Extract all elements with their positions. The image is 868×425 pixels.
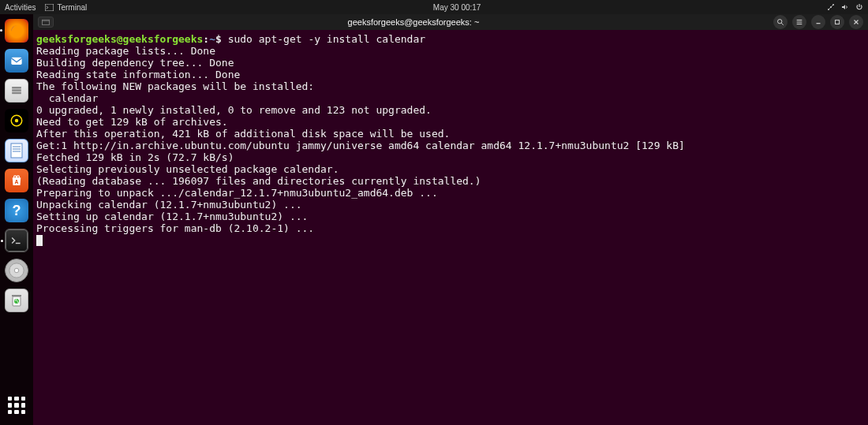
maximize-icon	[833, 18, 841, 26]
dock-rhythmbox[interactable]	[5, 109, 28, 132]
output-line: (Reading database ... 196097 files and d…	[36, 175, 481, 187]
svg-rect-5	[11, 58, 21, 65]
output-line: Fetched 129 kB in 2s (72.7 kB/s)	[36, 151, 234, 163]
dock-libreoffice-writer[interactable]	[5, 139, 28, 162]
shopping-bag-icon: A	[9, 173, 24, 188]
window-titlebar: geeksforgeeks@geeksforgeeks: ~	[33, 14, 868, 30]
top-panel: Activities Terminal May 30 00:17	[0, 0, 868, 14]
activities-button[interactable]: Activities	[5, 3, 36, 12]
files-icon	[9, 83, 24, 99]
svg-text:A: A	[15, 179, 19, 185]
search-button[interactable]	[773, 15, 788, 29]
dock-trash[interactable]	[5, 289, 28, 312]
output-line: Get:1 http://in.archive.ubuntu.com/ubunt…	[36, 140, 685, 151]
svg-rect-11	[11, 144, 22, 158]
prompt-user-host: geeksforgeeks@geeksforgeeks	[36, 33, 203, 45]
minimize-icon	[814, 18, 822, 26]
terminal-window: geeksforgeeks@geeksforgeeks: ~ geeksforg…	[33, 14, 868, 425]
prompt-colon: :	[203, 33, 209, 45]
output-line: After this operation, 421 kB of addition…	[36, 128, 450, 140]
dock-thunderbird[interactable]	[5, 49, 28, 73]
network-icon	[827, 3, 835, 11]
dock-firefox[interactable]	[5, 19, 28, 43]
svg-point-10	[15, 119, 19, 123]
speaker-icon	[9, 114, 24, 128]
prompt-dollar: $	[215, 33, 222, 45]
svg-line-27	[781, 23, 784, 25]
svg-rect-6	[12, 87, 21, 89]
thunderbird-icon	[9, 53, 24, 69]
dock-terminal[interactable]	[5, 229, 28, 252]
svg-point-15	[13, 176, 16, 178]
terminal-icon	[11, 235, 22, 246]
output-line: The following NEW packages will be insta…	[36, 80, 314, 92]
terminal-viewport[interactable]: geeksforgeeks@geeksforgeeks:~$ sudo apt-…	[33, 30, 868, 425]
output-line: Need to get 129 kB of archives.	[36, 116, 228, 128]
dock-ubuntu-software[interactable]: A	[5, 169, 28, 192]
output-line: Processing triggers for man-db (2.10.2-1…	[36, 222, 314, 234]
hamburger-menu-button[interactable]	[792, 15, 806, 29]
show-applications-button[interactable]	[5, 393, 28, 417]
close-button[interactable]	[849, 15, 863, 29]
svg-point-20	[14, 268, 19, 273]
new-tab-button[interactable]	[38, 17, 54, 28]
output-line: Reading package lists... Done	[36, 45, 215, 57]
output-line: Building dependency tree... Done	[36, 57, 234, 69]
focused-app-label: Terminal	[57, 3, 87, 12]
dock-files[interactable]	[5, 79, 28, 103]
dock-removable-disc[interactable]	[5, 259, 28, 282]
dock: A ?	[0, 14, 33, 425]
svg-point-16	[17, 176, 19, 178]
output-line: Selecting previously unselected package …	[36, 163, 339, 175]
output-line: Preparing to unpack .../calendar_12.1.7+…	[36, 187, 438, 199]
terminal-icon	[45, 4, 54, 11]
output-line: calendar	[36, 92, 98, 104]
dock-help[interactable]: ?	[5, 199, 28, 222]
command-text: sudo apt-get -y install calendar	[228, 33, 425, 45]
trash-icon	[9, 293, 24, 308]
hamburger-icon	[795, 18, 803, 26]
disc-icon	[8, 262, 25, 279]
window-title: geeksforgeeks@geeksforgeeks: ~	[54, 17, 773, 27]
svg-rect-22	[12, 295, 21, 296]
output-line: Unpacking calendar (12.1.7+nmu3ubuntu2) …	[36, 199, 302, 211]
svg-point-26	[778, 20, 782, 24]
volume-icon	[841, 3, 849, 11]
output-line: Setting up calendar (12.1.7+nmu3ubuntu2)…	[36, 211, 308, 222]
svg-rect-0	[46, 4, 54, 11]
focused-app-indicator[interactable]: Terminal	[45, 3, 87, 12]
clock[interactable]: May 30 00:17	[87, 3, 827, 12]
system-tray[interactable]	[827, 3, 863, 11]
svg-rect-8	[12, 92, 21, 95]
firefox-icon	[8, 22, 25, 39]
new-tab-icon	[42, 19, 50, 25]
output-line: 0 upgraded, 1 newly installed, 0 to remo…	[36, 104, 432, 116]
search-icon	[776, 18, 784, 26]
terminal-cursor	[36, 235, 43, 246]
close-icon	[852, 18, 860, 26]
svg-rect-7	[12, 89, 21, 91]
prompt-path: ~	[209, 33, 215, 45]
minimize-button[interactable]	[811, 15, 825, 29]
document-icon	[9, 142, 24, 159]
svg-rect-32	[836, 21, 840, 24]
output-line: Reading state information... Done	[36, 69, 240, 80]
power-icon	[855, 3, 863, 11]
maximize-button[interactable]	[830, 15, 844, 29]
